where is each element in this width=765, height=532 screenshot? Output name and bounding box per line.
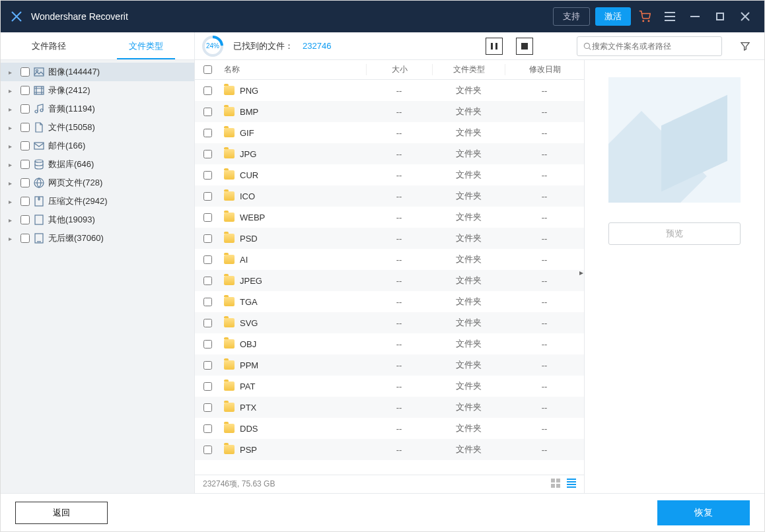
- row-checkbox[interactable]: [203, 213, 212, 222]
- search-box[interactable]: [577, 36, 722, 56]
- folder-icon: [224, 128, 235, 137]
- col-type[interactable]: 文件类型: [432, 64, 505, 75]
- row-checkbox[interactable]: [203, 403, 212, 412]
- sidebar-checkbox[interactable]: [20, 67, 30, 77]
- recover-button[interactable]: 恢复: [657, 500, 750, 525]
- select-all-checkbox[interactable]: [203, 65, 212, 74]
- table-row[interactable]: PAT -- 文件夹 --: [195, 376, 584, 397]
- sidebar-item-audio[interactable]: ▸音频(11194): [1, 100, 194, 118]
- file-type: 文件夹: [432, 401, 505, 413]
- maximize-icon[interactable]: [709, 5, 731, 28]
- view-list-icon[interactable]: [567, 479, 576, 490]
- table-row[interactable]: JPG -- 文件夹 --: [195, 143, 584, 164]
- row-checkbox[interactable]: [203, 86, 212, 95]
- tab-file-path[interactable]: 文件路径: [1, 32, 98, 59]
- pause-button[interactable]: [486, 38, 503, 55]
- svg-rect-26: [551, 484, 555, 488]
- table-row[interactable]: PNG -- 文件夹 --: [195, 80, 584, 101]
- row-checkbox[interactable]: [203, 192, 212, 201]
- sidebar-item-document[interactable]: ▸文件(15058): [1, 118, 194, 137]
- row-checkbox[interactable]: [203, 382, 212, 391]
- file-name: PSD: [240, 234, 258, 244]
- sidebar-checkbox[interactable]: [20, 234, 30, 243]
- view-grid-icon[interactable]: [551, 479, 560, 490]
- menu-icon[interactable]: [659, 5, 681, 28]
- table-row[interactable]: GIF -- 文件夹 --: [195, 122, 584, 143]
- sidebar-item-email[interactable]: ▸邮件(166): [1, 137, 194, 155]
- sidebar-checkbox[interactable]: [20, 160, 30, 169]
- folder-icon: [224, 297, 235, 306]
- row-checkbox[interactable]: [203, 150, 212, 158]
- search-input[interactable]: [592, 42, 716, 51]
- chevron-right-icon: ▸: [9, 216, 12, 224]
- svg-rect-2: [665, 12, 675, 13]
- sidebar-checkbox[interactable]: [20, 197, 30, 206]
- table-row[interactable]: PSD -- 文件夹 --: [195, 228, 584, 249]
- file-type: 文件夹: [432, 84, 505, 96]
- activate-button[interactable]: 激活: [595, 7, 631, 26]
- table-row[interactable]: PSP -- 文件夹 --: [195, 439, 584, 460]
- row-checkbox[interactable]: [203, 255, 212, 264]
- stop-button[interactable]: [516, 38, 533, 55]
- row-checkbox[interactable]: [203, 298, 212, 306]
- row-checkbox[interactable]: [203, 129, 212, 137]
- cart-icon[interactable]: [634, 5, 656, 28]
- table-row[interactable]: AI -- 文件夹 --: [195, 249, 584, 270]
- row-checkbox[interactable]: [203, 340, 212, 349]
- table-row[interactable]: PTX -- 文件夹 --: [195, 397, 584, 418]
- sidebar-checkbox[interactable]: [20, 215, 30, 224]
- file-type: 文件夹: [432, 190, 505, 202]
- preview-button[interactable]: 预览: [608, 222, 741, 245]
- svg-point-19: [35, 160, 43, 162]
- table-row[interactable]: DDS -- 文件夹 --: [195, 418, 584, 439]
- table-row[interactable]: TGA -- 文件夹 --: [195, 291, 584, 312]
- col-date[interactable]: 修改日期: [505, 64, 584, 75]
- folder-icon: [224, 213, 235, 222]
- app-title: Wondershare Recoverit: [31, 11, 548, 22]
- tab-file-type[interactable]: 文件类型: [98, 32, 195, 59]
- table-row[interactable]: CUR -- 文件夹 --: [195, 164, 584, 185]
- row-checkbox[interactable]: [203, 319, 212, 327]
- sidebar-item-video[interactable]: ▸录像(2412): [1, 81, 194, 100]
- row-checkbox[interactable]: [203, 361, 212, 370]
- sidebar-item-label: 音频(11194): [48, 103, 95, 115]
- sidebar-item-other[interactable]: ▸其他(19093): [1, 211, 194, 229]
- support-button[interactable]: 支持: [553, 7, 590, 26]
- sidebar-item-database[interactable]: ▸数据库(646): [1, 155, 194, 174]
- table-row[interactable]: WEBP -- 文件夹 --: [195, 207, 584, 228]
- table-row[interactable]: JPEG -- 文件夹 --: [195, 270, 584, 291]
- sidebar-item-noext[interactable]: ▸无后缀(37060): [1, 229, 194, 248]
- folder-icon: [224, 318, 235, 327]
- sidebar-item-image[interactable]: ▸图像(144447): [1, 63, 194, 81]
- row-checkbox[interactable]: [203, 424, 212, 433]
- sidebar-checkbox[interactable]: [20, 86, 30, 95]
- close-icon[interactable]: [734, 5, 756, 28]
- table-row[interactable]: BMP -- 文件夹 --: [195, 101, 584, 122]
- chevron-right-icon: ▸: [9, 235, 12, 242]
- sidebar-checkbox[interactable]: [20, 123, 30, 132]
- row-checkbox[interactable]: [203, 277, 212, 285]
- table-row[interactable]: SVG -- 文件夹 --: [195, 312, 584, 333]
- col-name[interactable]: 名称: [220, 64, 366, 75]
- app-logo-icon: [9, 9, 24, 24]
- sidebar-checkbox[interactable]: [20, 178, 30, 187]
- sidebar-checkbox[interactable]: [20, 104, 30, 114]
- table-row[interactable]: ICO -- 文件夹 --: [195, 185, 584, 207]
- row-checkbox[interactable]: [203, 234, 212, 243]
- row-checkbox[interactable]: [203, 108, 212, 116]
- col-size[interactable]: 大小: [366, 64, 432, 75]
- file-date: --: [505, 255, 584, 265]
- table-row[interactable]: PPM -- 文件夹 --: [195, 354, 584, 376]
- row-checkbox[interactable]: [203, 446, 212, 454]
- sidebar-checkbox[interactable]: [20, 141, 30, 150]
- collapse-handle-icon[interactable]: ▸: [579, 268, 583, 277]
- svg-rect-11: [521, 43, 528, 50]
- filter-icon[interactable]: [737, 38, 754, 55]
- table-row[interactable]: OBJ -- 文件夹 --: [195, 333, 584, 354]
- back-button[interactable]: 返回: [15, 502, 108, 524]
- sidebar-item-web[interactable]: ▸网页文件(728): [1, 174, 194, 192]
- row-checkbox[interactable]: [203, 171, 212, 180]
- file-date: --: [505, 86, 584, 96]
- minimize-icon[interactable]: [684, 5, 706, 28]
- sidebar-item-archive[interactable]: ▸压缩文件(2942): [1, 192, 194, 211]
